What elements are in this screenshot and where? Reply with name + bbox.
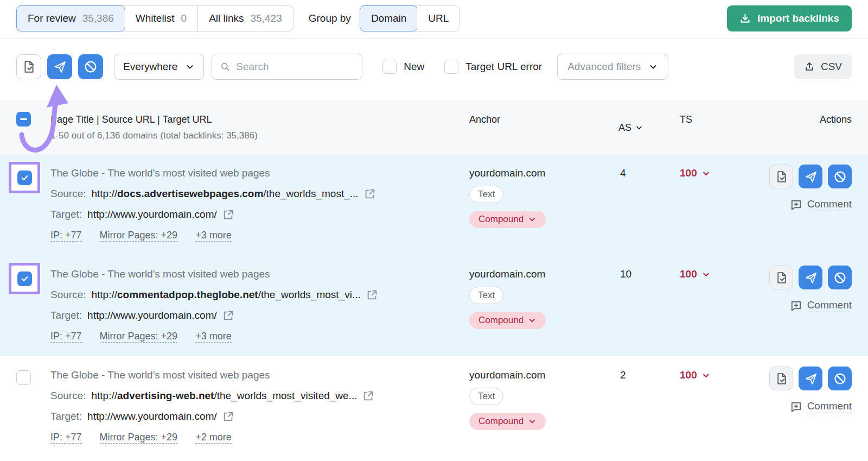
target-url: http://www.yourdomain.com/: [87, 406, 217, 427]
whitelist-button[interactable]: [799, 266, 822, 289]
ip-expander[interactable]: IP: +77: [50, 230, 82, 242]
disavow-button[interactable]: [828, 165, 852, 188]
target-url: http://www.yourdomain.com/: [87, 305, 217, 326]
toxicity-score-dropdown[interactable]: 100: [680, 365, 711, 386]
tab-count: 35,386: [82, 12, 114, 24]
whitelist-button[interactable]: [799, 367, 822, 390]
search-input[interactable]: [236, 61, 354, 73]
external-link-icon[interactable]: [362, 390, 374, 402]
mirror-pages-expander[interactable]: Mirror Pages: +29: [100, 432, 178, 444]
target-url: http://www.yourdomain.com/: [87, 204, 217, 225]
new-filter-checkbox[interactable]: New: [382, 60, 424, 74]
row-meta: IP: +77 Mirror Pages: +29 +3 more: [50, 225, 463, 245]
comment-button[interactable]: Comment: [735, 198, 852, 211]
toxicity-score-dropdown[interactable]: 100: [680, 264, 711, 285]
external-link-icon[interactable]: [364, 188, 376, 200]
external-link-icon[interactable]: [366, 289, 378, 301]
scope-dropdown-value: Everywhere: [123, 61, 177, 73]
tab-whitelist[interactable]: Whitelist 0: [125, 6, 198, 31]
row-checkbox[interactable]: [17, 170, 32, 185]
advanced-filters-dropdown[interactable]: Advanced filters: [557, 54, 668, 80]
authority-score-value: 4: [610, 163, 665, 245]
row-meta: IP: +77 Mirror Pages: +29 +3 more: [50, 326, 463, 346]
toxicity-badge[interactable]: Compound: [469, 413, 546, 430]
comment-button[interactable]: Comment: [735, 299, 852, 312]
more-expander[interactable]: +3 more: [195, 331, 232, 343]
row-checkbox[interactable]: [17, 271, 32, 286]
toxicity-badge[interactable]: Compound: [469, 211, 546, 228]
keep-for-review-button[interactable]: [769, 266, 793, 289]
tab-count: 35,423: [251, 12, 282, 24]
table-row: The Globe - The world's most visited web…: [0, 255, 868, 356]
toxicity-score-value: 100: [680, 264, 697, 285]
select-all-checkbox[interactable]: [16, 112, 31, 127]
target-url-line: Target: http://www.yourdomain.com/: [50, 204, 463, 225]
target-url-error-checkbox[interactable]: Target URL error: [444, 60, 542, 74]
review-document-button[interactable]: [16, 54, 41, 79]
more-expander[interactable]: +3 more: [195, 230, 232, 242]
ip-expander[interactable]: IP: +77: [50, 432, 82, 444]
disavow-button[interactable]: [828, 367, 852, 390]
block-icon: [833, 271, 847, 285]
toxicity-score-value: 100: [680, 365, 697, 386]
checkbox-unchecked[interactable]: [444, 60, 458, 74]
group-by-domain-button[interactable]: Domain: [360, 5, 418, 31]
scope-dropdown[interactable]: Everywhere: [114, 54, 204, 80]
move-to-disavow-button[interactable]: [78, 54, 103, 79]
keep-for-review-button[interactable]: [769, 165, 793, 188]
external-link-icon[interactable]: [222, 411, 234, 422]
column-header-as-sort[interactable]: AS: [610, 112, 665, 143]
check-icon: [20, 173, 29, 182]
tab-for-review[interactable]: For review 35,386: [16, 5, 125, 31]
comment-plus-icon: [790, 199, 802, 211]
column-header-ts: TS: [665, 112, 735, 143]
view-tabs: For review 35,386 Whitelist 0 All links …: [16, 5, 293, 31]
source-url-line: Source: http://commentadpop.theglobe.net…: [50, 285, 463, 305]
import-backlinks-button[interactable]: Import backlinks: [727, 5, 852, 31]
page-title: The Globe - The world's most visited web…: [50, 264, 463, 285]
paper-plane-icon: [804, 372, 818, 386]
ip-expander[interactable]: IP: +77: [50, 331, 82, 343]
external-link-icon[interactable]: [222, 209, 234, 220]
search-icon: [220, 61, 231, 72]
move-to-whitelist-button[interactable]: [47, 54, 72, 79]
tab-count: 0: [181, 12, 187, 24]
export-csv-label: CSV: [821, 61, 842, 73]
check-icon: [20, 274, 29, 283]
group-by-url-button[interactable]: URL: [417, 6, 459, 31]
group-by-toggle: Domain URL: [360, 5, 461, 31]
row-checkbox[interactable]: [16, 370, 31, 385]
mirror-pages-expander[interactable]: Mirror Pages: +29: [100, 331, 178, 343]
disavow-button[interactable]: [828, 266, 852, 289]
toxicity-badge-label: Compound: [478, 416, 524, 427]
export-csv-button[interactable]: CSV: [794, 54, 852, 79]
comment-plus-icon: [790, 300, 802, 312]
toxicity-badge[interactable]: Compound: [469, 312, 546, 329]
comment-button[interactable]: Comment: [735, 400, 852, 413]
table-header: Page Title | Source URL | Target URL 1-5…: [0, 100, 868, 154]
annotation-highlight-box: [9, 263, 40, 294]
more-expander[interactable]: +2 more: [195, 432, 232, 444]
checkbox-unchecked[interactable]: [382, 60, 397, 74]
source-url-line: Source: http://docs.advertisewebpages.co…: [50, 184, 463, 204]
keep-for-review-button[interactable]: [769, 367, 793, 390]
source-label: Source:: [50, 184, 86, 204]
external-link-icon[interactable]: [222, 310, 234, 321]
source-url: http://advertising-web.net/the_worlds_mo…: [91, 386, 357, 406]
group-by-label: Group by: [309, 12, 351, 24]
target-url-line: Target: http://www.yourdomain.com/: [50, 406, 463, 427]
column-header-anchor: Anchor: [463, 112, 610, 143]
tab-all-links[interactable]: All links 35,423: [198, 6, 293, 31]
import-backlinks-label: Import backlinks: [757, 12, 839, 24]
whitelist-button[interactable]: [799, 165, 822, 188]
download-icon: [739, 13, 751, 24]
toxicity-badge-label: Compound: [478, 214, 524, 225]
source-url: http://docs.advertisewebpages.com/the_wo…: [91, 184, 358, 204]
table-row: The Globe - The world's most visited web…: [0, 356, 868, 457]
anchor-text: yourdomain.com: [469, 264, 610, 285]
mirror-pages-expander[interactable]: Mirror Pages: +29: [100, 230, 178, 242]
toxicity-score-dropdown[interactable]: 100: [680, 163, 711, 184]
block-icon: [833, 372, 847, 386]
filter-toolbar: Everywhere New Target URL error Advanced…: [0, 39, 868, 100]
results-summary: 1-50 out of 6,136 domains (total backlin…: [50, 128, 463, 143]
